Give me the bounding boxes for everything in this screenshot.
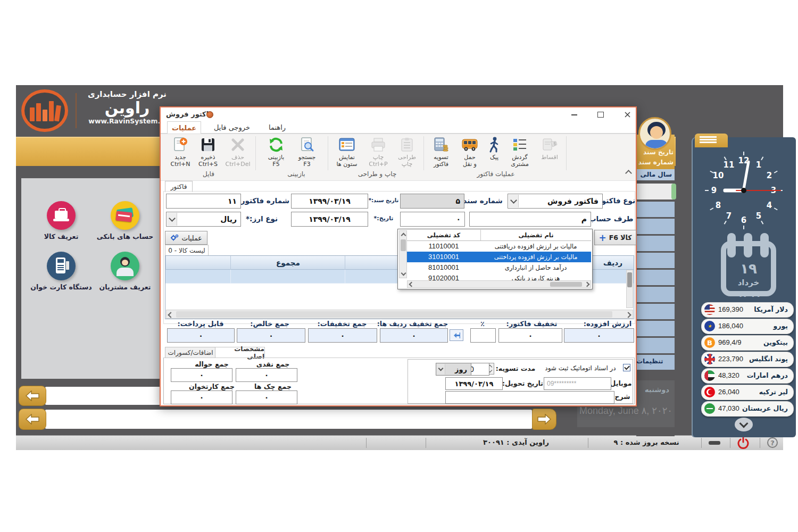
side-menu-item[interactable] <box>636 236 675 251</box>
col-header-row[interactable]: ردیف <box>591 256 634 270</box>
scroll-right-icon[interactable] <box>625 312 631 318</box>
define-goods-label[interactable]: تعریف کالا <box>34 232 89 240</box>
refresh-button[interactable]: بازبینی F5 <box>263 136 289 168</box>
chevron-down-icon[interactable] <box>167 213 177 226</box>
cash-sum-field[interactable]: ۰ <box>236 368 297 382</box>
currency-row-aed[interactable]: 48,320درهم امارات <box>701 368 794 384</box>
close-button[interactable] <box>619 110 635 119</box>
date-field[interactable]: ۱۳۹۹/۰۳/۱۹ <box>291 212 368 227</box>
scrollbar-thumb[interactable] <box>627 272 632 287</box>
lookup-row[interactable]: 11010001مالیات بر ارزش افزوده دریافتنی <box>407 241 591 252</box>
pos-device-icon[interactable] <box>47 252 76 280</box>
auto-doc-checkbox[interactable] <box>623 364 630 371</box>
define-customers-label[interactable]: تعریف مشتریان <box>96 283 154 291</box>
tab-invoice[interactable]: فاکتور <box>165 181 193 192</box>
description-field[interactable] <box>445 391 614 404</box>
mobile-field[interactable]: 09********* <box>544 377 611 390</box>
chevron-down-icon[interactable] <box>509 195 519 207</box>
back-arrow-button-lower[interactable] <box>19 409 46 430</box>
scrollbar-thumb[interactable] <box>401 239 406 251</box>
pos-device-label[interactable]: دستگاه کارت خوان <box>30 283 93 291</box>
scroll-left-icon[interactable] <box>168 312 174 318</box>
side-menu-item[interactable] <box>636 304 675 319</box>
customer-ledger-button[interactable]: گردش مشتری <box>506 136 533 168</box>
search-button[interactable]: جستجو F3 <box>294 136 320 168</box>
chevron-down-icon[interactable] <box>437 364 445 375</box>
currency-row-sar[interactable]: 47,030ریال عربستان <box>701 401 794 417</box>
currency-combo[interactable]: ریال <box>166 212 241 227</box>
checks-sum-field[interactable]: ۰ <box>236 390 297 404</box>
lookup-row-selected[interactable]: 31010001مالیات بر ارزش افزوده پرداختنی <box>407 252 591 262</box>
col-header-total[interactable]: مجموع <box>230 256 345 270</box>
settle-invoice-button[interactable]: تسویه فاکتور <box>428 136 454 168</box>
courier-button[interactable]: پیک <box>484 136 504 161</box>
tab-help[interactable]: راهنما <box>262 121 293 134</box>
save-button[interactable]: ذخیره Ctrl+S <box>195 136 221 168</box>
invoice-type-combo[interactable]: فاکتور فروش <box>508 194 603 209</box>
nav-bar-lower[interactable] <box>45 410 532 429</box>
percent-field[interactable] <box>470 328 496 343</box>
side-menu-item[interactable] <box>636 219 675 234</box>
account-field[interactable]: م <box>469 212 591 227</box>
forward-arrow-button[interactable] <box>532 409 556 430</box>
user-avatar[interactable] <box>638 117 671 150</box>
bank-accounts-label[interactable]: حساب های بانکی <box>95 232 155 240</box>
row-operations-button[interactable]: عملیات <box>165 231 207 245</box>
side-menu-item[interactable] <box>636 202 675 217</box>
back-arrow-button-upper[interactable] <box>19 386 46 406</box>
scrollbar-thumb[interactable] <box>550 282 582 287</box>
help-icon[interactable]: ? <box>767 437 778 448</box>
scroll-right-icon[interactable] <box>584 282 589 287</box>
side-menu-item[interactable] <box>636 270 675 285</box>
define-goods-icon[interactable] <box>47 201 76 230</box>
new-button[interactable]: جدید Ctrl+N <box>167 136 194 168</box>
transfer-sum-field[interactable]: ۰ <box>171 368 232 382</box>
settle-unit-combo[interactable]: روز <box>436 363 471 376</box>
lookup-row[interactable]: 81010001درآمد حاصل از انبارداری <box>407 262 591 273</box>
currency-expand-button[interactable] <box>735 418 753 431</box>
scroll-down-icon[interactable] <box>401 271 406 277</box>
table-vertical-scrollbar[interactable] <box>626 270 633 308</box>
currency-row-eur[interactable]: ★ 186,040یورو <box>701 319 794 334</box>
apply-discount-button[interactable] <box>450 329 463 341</box>
currency-row-gbp[interactable]: 223,790پوند انگلیس <box>701 352 794 367</box>
tab-extras[interactable]: اضافات/کسورات <box>165 347 216 358</box>
minimize-app-icon[interactable] <box>709 441 720 445</box>
minimize-button[interactable] <box>566 110 582 119</box>
scrollbar-thumb[interactable] <box>176 311 612 318</box>
invoice-discount-field[interactable]: ۰ <box>498 328 562 343</box>
show-columns-button[interactable]: نمایش ستون ها <box>332 136 362 168</box>
side-menu-item[interactable] <box>636 253 675 268</box>
maximize-button[interactable] <box>593 110 609 119</box>
currency-row-usd[interactable]: 169,390دلار آمریکا <box>701 302 794 318</box>
col-header-empty[interactable] <box>165 256 231 270</box>
tab-main-specs[interactable]: مشخصات اصلی <box>215 347 265 358</box>
table-horizontal-scrollbar[interactable] <box>166 310 633 319</box>
scroll-up-icon[interactable] <box>401 232 406 237</box>
side-menu-item[interactable] <box>636 338 675 353</box>
tab-goods-list[interactable]: لیست کالا - 0 <box>165 245 209 256</box>
ribbon-collapse-button[interactable] <box>625 168 632 176</box>
define-customers-icon[interactable] <box>111 252 139 280</box>
side-menu-item-selected[interactable] <box>636 184 675 200</box>
side-menu-item[interactable] <box>636 321 675 336</box>
invoice-number-field[interactable]: ۱۱ <box>166 194 241 209</box>
bank-accounts-icon[interactable] <box>111 201 139 230</box>
power-icon[interactable] <box>737 437 749 449</box>
card-sum-field[interactable]: ۰ <box>171 390 232 404</box>
tab-file-export[interactable]: خروجی فایل <box>210 121 254 134</box>
transport-button[interactable]: حمل و نقل <box>458 136 482 168</box>
fiscal-year-label[interactable]: سال مالی <box>636 169 675 180</box>
scroll-left-icon[interactable] <box>409 282 414 287</box>
doc-date-field[interactable]: ۱۳۹۹/۰۳/۱۹ <box>291 194 368 209</box>
tab-operations[interactable]: عملیات <box>167 121 201 135</box>
popup-vertical-scrollbar[interactable] <box>399 230 407 278</box>
sidebar-menu-tab[interactable] <box>695 134 728 147</box>
currency-row-try[interactable]: 26,040لیر ترکیه <box>701 385 794 400</box>
side-menu-item-settings[interactable]: تنظیمات <box>636 355 675 370</box>
account-extra-field[interactable]: ۰ <box>400 212 465 227</box>
currency-row-btc[interactable]: B 969,4/9بیتکوین <box>701 335 794 351</box>
add-goods-button[interactable]: کالا F6 + <box>594 230 636 245</box>
popup-horizontal-scrollbar[interactable] <box>407 280 591 288</box>
side-menu-item[interactable] <box>636 287 675 302</box>
